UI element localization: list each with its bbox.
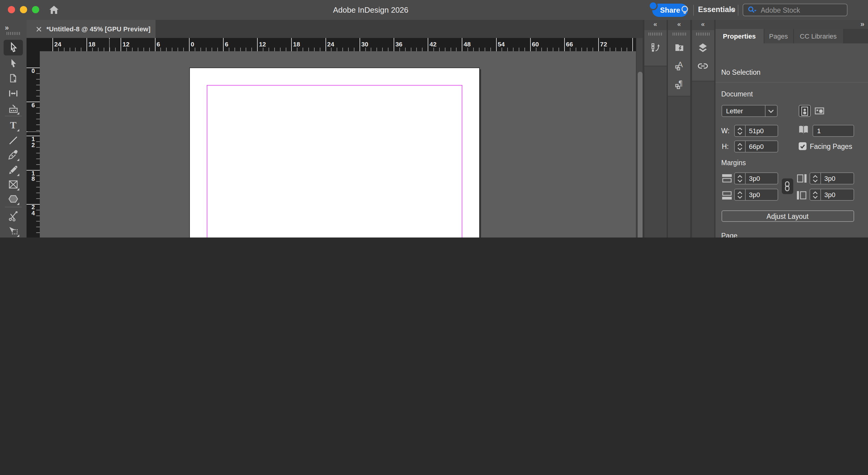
cc-libraries-panel-icon[interactable] xyxy=(673,41,686,54)
margin-inside-icon xyxy=(797,174,806,183)
dock-card-1 xyxy=(644,30,666,66)
width-field[interactable]: 51p0 xyxy=(734,125,778,137)
height-label: H: xyxy=(722,143,729,150)
document-tab[interactable]: *Untitled-8 @ 45% [GPU Preview] xyxy=(27,20,156,38)
margin-bottom-stepper[interactable] xyxy=(735,189,745,200)
dock-collapse-icon[interactable]: « xyxy=(692,20,714,30)
facing-pages-checkbox[interactable] xyxy=(798,142,806,150)
pages-count-value[interactable]: 1 xyxy=(813,127,853,134)
selection-status: No Selection xyxy=(721,69,761,76)
type-tool[interactable]: T xyxy=(6,118,21,133)
svg-text:T: T xyxy=(10,120,16,130)
document-tab-bar: » *Untitled-8 @ 45% [GPU Preview] xyxy=(0,20,643,39)
paragraph-styles-panel-icon[interactable]: ¶ xyxy=(673,78,686,91)
panel-tabs: Properties Pages CC Libraries xyxy=(715,29,868,43)
margin-top-value[interactable]: 3p0 xyxy=(745,173,764,184)
character-styles-panel-icon[interactable]: A xyxy=(673,59,686,72)
tab-cc-libraries[interactable]: CC Libraries xyxy=(794,29,844,43)
orientation-landscape-button[interactable] xyxy=(813,105,826,117)
polygon-tool[interactable] xyxy=(6,192,21,206)
page-size-select[interactable]: Letter xyxy=(721,105,777,117)
selection-tool[interactable] xyxy=(4,40,23,56)
margin-bottom-value[interactable]: 3p0 xyxy=(745,189,764,200)
links-panel-icon[interactable] xyxy=(696,60,710,73)
app-title: Adobe InDesign 2026 xyxy=(259,5,482,14)
close-window-button[interactable] xyxy=(8,6,15,13)
toolbar-grip[interactable] xyxy=(7,32,20,35)
width-label: W: xyxy=(721,127,730,134)
workspace-chevron-down-icon[interactable] xyxy=(730,8,736,13)
margin-outside-value[interactable]: 3p0 xyxy=(821,189,839,200)
panel-grip[interactable] xyxy=(673,33,686,36)
content-collector-tool[interactable] xyxy=(6,101,21,116)
vertical-scrollbar-thumb[interactable] xyxy=(638,72,642,238)
margin-guides xyxy=(207,85,462,238)
orientation-portrait-button[interactable] xyxy=(798,105,810,117)
panel-collapse-icon[interactable]: » xyxy=(861,20,863,28)
height-field[interactable]: 66p0 xyxy=(734,140,778,153)
width-stepper[interactable] xyxy=(735,125,745,136)
margin-outside-stepper[interactable] xyxy=(810,189,821,200)
margin-inside-field[interactable]: 3p0 xyxy=(809,172,854,185)
tool-hints-panel-icon[interactable] xyxy=(649,41,662,54)
scissors-tool[interactable] xyxy=(6,209,21,224)
adobe-stock-search-input[interactable]: Adobe Stock xyxy=(743,4,847,16)
facing-pages-label: Facing Pages xyxy=(810,143,852,150)
margin-inside-stepper[interactable] xyxy=(810,173,821,184)
toolbar-header: » xyxy=(0,20,27,38)
panel-content: No Selection Document Letter W: 51p0 xyxy=(715,43,868,238)
direct-selection-tool[interactable] xyxy=(6,56,21,70)
width-value[interactable]: 51p0 xyxy=(745,125,767,136)
document-tab-title: *Untitled-8 @ 45% [GPU Preview] xyxy=(46,25,150,33)
document-page[interactable] xyxy=(189,67,480,238)
rectangle-frame-tool[interactable] xyxy=(6,177,21,192)
free-transform-tool[interactable] xyxy=(6,224,21,238)
vertical-ruler[interactable]: 0612182430364248546066 xyxy=(27,51,40,238)
vertical-ruler-labels: 0612182430364248546066 xyxy=(27,51,40,238)
margin-top-stepper[interactable] xyxy=(735,173,745,184)
panel-grip[interactable] xyxy=(649,33,662,36)
titlebar: Adobe InDesign 2026 Share Essentials Ado… xyxy=(0,0,868,21)
panel-grip[interactable] xyxy=(696,33,710,36)
lightbulb-icon[interactable] xyxy=(679,4,690,16)
page-tool[interactable] xyxy=(6,71,21,86)
dock-collapse-icon[interactable]: « xyxy=(644,20,666,30)
pen-tool[interactable] xyxy=(6,148,21,162)
toolbar-expand-icon[interactable]: » xyxy=(5,24,7,32)
margin-top-field[interactable]: 3p0 xyxy=(734,172,778,185)
adjust-layout-button[interactable]: Adjust Layout xyxy=(721,210,854,222)
search-placeholder: Adobe Stock xyxy=(761,6,800,13)
horizontal-ruler-labels: 2418126061218243036424854606672 xyxy=(40,38,632,51)
vertical-scrollbar[interactable] xyxy=(636,38,643,238)
tab-pages[interactable]: Pages xyxy=(764,29,794,43)
home-icon[interactable] xyxy=(48,4,60,16)
height-value[interactable]: 66p0 xyxy=(745,141,767,152)
minimize-window-button[interactable] xyxy=(20,6,27,13)
margin-inside-value[interactable]: 3p0 xyxy=(821,173,839,184)
link-margins-button[interactable] xyxy=(781,179,793,194)
zoom-window-button[interactable] xyxy=(32,6,39,13)
page-size-chevron-icon[interactable] xyxy=(765,105,777,116)
margin-outside-icon xyxy=(797,191,806,199)
tab-properties[interactable]: Properties xyxy=(715,29,764,43)
pasteboard-edge-mark xyxy=(109,38,110,51)
gap-tool[interactable] xyxy=(6,86,21,101)
height-stepper[interactable] xyxy=(735,141,745,152)
margin-bottom-field[interactable]: 3p0 xyxy=(734,189,778,201)
document-section-heading: Document xyxy=(721,90,753,98)
pencil-tool[interactable] xyxy=(6,163,21,177)
document-canvas[interactable] xyxy=(40,51,636,238)
properties-panel: » Properties Pages CC Libraries No Selec… xyxy=(715,20,868,238)
layers-panel-icon[interactable] xyxy=(696,41,710,54)
panel-header: » xyxy=(715,20,868,29)
margin-outside-field[interactable]: 3p0 xyxy=(809,189,854,201)
toolbar-divider xyxy=(5,207,22,208)
close-tab-icon[interactable] xyxy=(36,26,41,32)
pages-count-field[interactable]: 1 xyxy=(812,125,854,137)
dock-collapse-icon[interactable]: « xyxy=(668,20,690,30)
line-tool[interactable] xyxy=(6,133,21,148)
pasteboard-edge-mark xyxy=(27,131,40,133)
ruler-origin-corner[interactable] xyxy=(27,38,40,51)
horizontal-ruler[interactable]: 2418126061218243036424854606672 xyxy=(40,38,636,51)
tools-panel: T xyxy=(0,38,27,238)
